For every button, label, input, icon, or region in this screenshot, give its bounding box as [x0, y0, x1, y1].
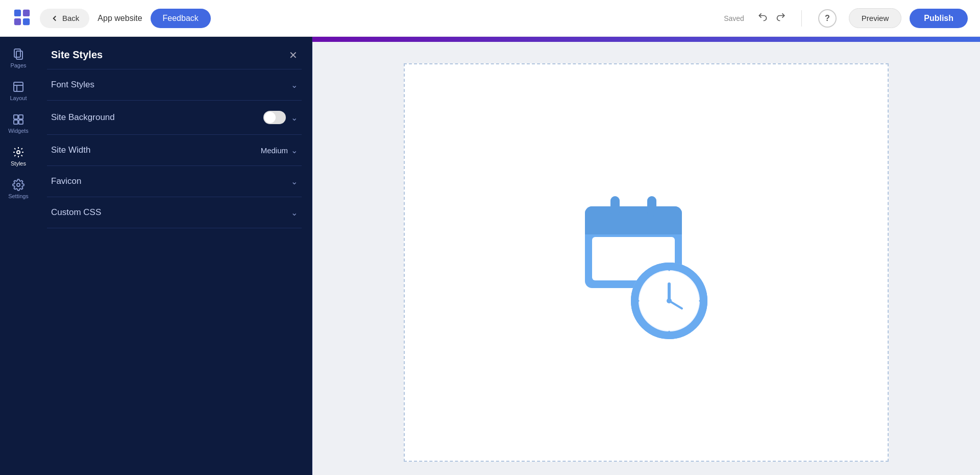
- sidebar-item-layout[interactable]: Layout: [0, 76, 37, 106]
- site-background-row[interactable]: Site Background ⌄: [37, 101, 312, 134]
- site-width-value: Medium: [261, 146, 288, 155]
- svg-rect-13: [19, 120, 23, 124]
- help-button[interactable]: ?: [818, 9, 837, 28]
- divider: [801, 10, 802, 27]
- svg-rect-6: [16, 51, 22, 59]
- svg-rect-12: [14, 120, 18, 124]
- sidebar-item-settings[interactable]: Settings: [0, 174, 37, 204]
- site-width-chevron-icon: ⌄: [291, 146, 298, 155]
- site-background-label: Site Background: [51, 112, 115, 123]
- site-background-right: ⌄: [263, 111, 298, 124]
- svg-rect-10: [14, 115, 18, 119]
- preview-button[interactable]: Preview: [849, 8, 901, 28]
- sidebar-item-widgets[interactable]: Widgets: [0, 108, 37, 139]
- font-styles-label: Font Styles: [51, 80, 94, 90]
- svg-rect-11: [19, 115, 23, 119]
- back-button[interactable]: Back: [40, 9, 89, 28]
- sidebar-label-pages: Pages: [10, 62, 26, 68]
- site-width-right: Medium ⌄: [261, 146, 298, 155]
- site-background-chevron-icon: ⌄: [291, 113, 298, 123]
- svg-rect-1: [14, 9, 21, 16]
- icon-sidebar: Pages Layout Widgets: [0, 37, 37, 475]
- svg-rect-20: [647, 196, 656, 217]
- custom-css-label: Custom CSS: [51, 207, 101, 218]
- font-styles-chevron-icon: ⌄: [291, 80, 298, 90]
- svg-rect-5: [14, 49, 20, 57]
- canvas-content: [312, 42, 980, 475]
- canvas-area: [312, 37, 980, 475]
- svg-rect-4: [23, 18, 30, 25]
- app-logo: [12, 8, 32, 29]
- favicon-right: ⌄: [291, 177, 298, 186]
- styles-panel-close-button[interactable]: ✕: [289, 50, 298, 60]
- svg-rect-2: [23, 9, 30, 16]
- main-layout: Pages Layout Widgets: [0, 37, 980, 475]
- sidebar-label-widgets: Widgets: [8, 128, 29, 134]
- font-styles-row[interactable]: Font Styles ⌄: [37, 69, 312, 100]
- sidebar-label-settings: Settings: [8, 193, 29, 199]
- feedback-button[interactable]: Feedback: [151, 9, 211, 28]
- svg-point-29: [667, 298, 672, 303]
- svg-rect-18: [585, 224, 682, 234]
- redo-button[interactable]: [773, 9, 789, 28]
- sidebar-label-styles: Styles: [11, 160, 26, 167]
- undo-button[interactable]: [754, 9, 771, 28]
- back-label: Back: [62, 14, 79, 22]
- site-width-row[interactable]: Site Width Medium ⌄: [37, 135, 312, 165]
- header: Back App website Feedback Saved ? Previe…: [0, 0, 980, 37]
- canvas-frame: [404, 63, 889, 462]
- svg-point-14: [17, 151, 20, 154]
- site-name: App website: [97, 14, 142, 23]
- svg-rect-7: [14, 82, 23, 91]
- publish-button[interactable]: Publish: [910, 9, 968, 28]
- undo-redo-group: [754, 9, 789, 28]
- sidebar-label-layout: Layout: [10, 95, 27, 101]
- divider-5: [47, 228, 302, 228]
- custom-css-row[interactable]: Custom CSS ⌄: [37, 197, 312, 228]
- site-background-toggle[interactable]: [263, 111, 286, 124]
- svg-rect-3: [14, 18, 21, 25]
- styles-panel-title: Site Styles: [51, 49, 103, 61]
- favicon-chevron-icon: ⌄: [291, 177, 298, 186]
- svg-rect-19: [610, 196, 620, 217]
- calendar-clock-illustration: [575, 186, 718, 339]
- styles-panel-header: Site Styles ✕: [37, 37, 312, 69]
- canvas-top-bar: [312, 37, 980, 42]
- site-width-label: Site Width: [51, 145, 90, 155]
- favicon-label: Favicon: [51, 176, 82, 186]
- saved-status: Saved: [724, 14, 744, 22]
- styles-panel: Site Styles ✕ Font Styles ⌄ Site Backgro…: [37, 37, 312, 475]
- sidebar-item-styles[interactable]: Styles: [0, 141, 37, 172]
- svg-point-15: [17, 183, 20, 186]
- font-styles-right: ⌄: [291, 80, 298, 90]
- site-width-select[interactable]: Medium ⌄: [261, 146, 298, 155]
- sidebar-item-pages[interactable]: Pages: [0, 43, 37, 74]
- custom-css-right: ⌄: [291, 208, 298, 218]
- favicon-row[interactable]: Favicon ⌄: [37, 166, 312, 197]
- custom-css-chevron-icon: ⌄: [291, 208, 298, 218]
